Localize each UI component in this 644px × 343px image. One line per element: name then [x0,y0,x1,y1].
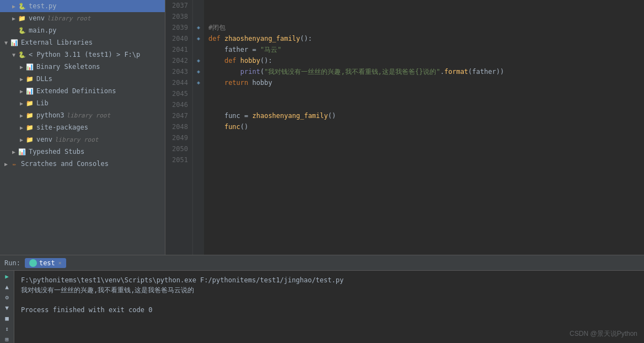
chevron-icon: ▶ [10,15,18,22]
settings-button[interactable]: ⚙ [2,294,13,301]
sidebar-item-label: venv [29,14,45,22]
line-num: 2048 [165,121,192,132]
sidebar-item-label: venv [36,136,52,143]
run-tab-test[interactable]: test ✕ [25,258,66,268]
line-num: 2044 [165,77,192,88]
code-line [208,88,644,99]
gutter-marker[interactable]: ◈ [193,66,204,77]
file-py-icon: 🐍 [18,2,26,10]
sidebar-item-label: External Libraries [21,39,93,46]
sidebar-item-venv-root[interactable]: ▶ 📁 venv library root [0,12,165,24]
sidebar-item-sublabel: library root [55,136,98,143]
code-line: father = "马云" [208,44,644,55]
line-num: 2043 [165,66,192,77]
line-num: 2051 [165,154,192,165]
chevron-icon: ▶ [10,149,18,155]
code-line [208,154,644,165]
sidebar-item-dlls[interactable]: ▶ 📁 DLLs [0,73,165,85]
chevron-icon: ▼ [10,52,18,58]
chevron-icon: ▶ [18,137,25,143]
sidebar-item-scratches[interactable]: ▶ ✏️ Scratches and Consoles [0,158,165,170]
line-num: 2049 [165,132,192,143]
code-line: #闭包 [208,22,644,33]
gutter-marker [193,44,204,55]
line-num: 2040 [165,33,192,44]
sidebar: ▶ 🐍 test.py ▶ 📁 venv library root 🐍 main… [0,0,165,255]
chevron-icon: ▼ [2,40,10,46]
gutter-marker[interactable]: ◈ [193,22,204,33]
scratches-icon: ✏️ [10,159,19,168]
run-tab-label: test [39,259,55,267]
line-numbers: 2037 2038 2039 2040 2041 2042 2043 2044 … [165,0,193,255]
sidebar-item-label: Scratches and Consoles [21,160,109,168]
gutter-marker [193,143,204,154]
scroll-up-button[interactable]: ▲ [2,283,13,291]
code-lines[interactable]: #闭包 def zhaoshenyang_family(): father = … [204,0,644,255]
run-tab-icon [29,259,37,267]
wrap-button[interactable]: ↕ [2,325,13,333]
sidebar-item-lib[interactable]: ▶ 📁 Lib [0,97,165,109]
line-num: 2047 [165,110,192,121]
sidebar-item-typeshed-stubs[interactable]: ▶ 📊 Typeshed Stubs [0,146,165,158]
sidebar-item-label: site-packages [36,124,88,131]
bar-folder-icon: 📊 [18,147,26,156]
code-line [208,0,644,11]
gutter-marker [193,0,204,11]
gutter-marker [193,88,204,99]
sidebar-item-external-libs[interactable]: ▼ 📊 External Libraries [0,36,165,49]
chevron-icon: ▶ [10,3,18,9]
sidebar-item-python3-root[interactable]: ▶ 📁 python3 library root [0,109,165,121]
chevron-icon: ▶ [2,161,10,167]
sidebar-item-venv-lib-root[interactable]: ▶ 📁 venv library root [0,133,165,146]
folder-icon: 📁 [25,135,34,144]
sidebar-item-test-py[interactable]: ▶ 🐍 test.py [0,0,165,12]
close-tab-button[interactable]: ✕ [58,260,62,266]
folder-icon: 📁 [18,14,26,23]
chevron-icon: ▶ [18,88,25,94]
bar-folder-icon: 📊 [25,87,34,95]
code-container: 2037 2038 2039 2040 2041 2042 2043 2044 … [165,0,644,255]
expand-button[interactable]: ⊞ [2,336,13,343]
sidebar-item-label: Extended Definitions [36,87,116,95]
line-num: 2042 [165,55,192,66]
library-icon: 📊 [10,38,19,47]
sidebar-item-label: Binary Skeletons [36,63,100,71]
sidebar-item-binary-skeletons[interactable]: ▶ 📊 Binary Skeletons [0,61,165,73]
bottom-panel: Run: test ✕ ▶ ▲ ⚙ ▼ ■ ↕ ⊞ F:\pythonitems… [0,255,644,343]
scroll-down-button[interactable]: ▼ [2,304,13,312]
folder-icon: 📁 [25,111,34,120]
chevron-icon: ▶ [18,64,25,70]
gutter-marker[interactable]: ◈ [193,77,204,88]
code-line: def hobby(): [208,55,644,66]
run-tabs-bar: Run: test ✕ [0,255,644,271]
line-num: 2050 [165,143,192,154]
line-num: 2041 [165,44,192,55]
code-line: func = zhaoshenyang_family() [208,110,644,121]
sidebar-item-python311[interactable]: ▼ 🐍 < Python 3.11 (test1) > F:\p [0,49,165,61]
output-cmd-line: F:\pythonitems\test1\venv\Scripts\python… [21,275,637,285]
chevron-icon: ▶ [18,112,25,119]
sidebar-item-label: test.py [29,2,57,10]
python-icon: 🐍 [18,50,26,59]
gutter-marker[interactable]: ◈ [193,33,204,44]
gutter-marker [193,132,204,143]
folder-icon: 📁 [25,123,34,132]
code-line: print("我对钱没有一丝丝的兴趣,我不看重钱,这是我爸爸{}说的".form… [208,66,644,77]
play-button[interactable]: ▶ [2,273,13,280]
gutter-marker [193,110,204,121]
code-line [208,132,644,143]
editor-area[interactable]: 2037 2038 2039 2040 2041 2042 2043 2044 … [165,0,644,255]
sidebar-item-site-packages[interactable]: ▶ 📁 site-packages [0,121,165,133]
sidebar-item-sublabel: library root [67,112,110,119]
sidebar-item-label: Lib [36,99,49,107]
sidebar-item-label: < Python 3.11 (test1) > F:\p [29,51,140,58]
sidebar-item-main-py[interactable]: 🐍 main.py [0,24,165,36]
stop-button[interactable]: ■ [2,315,13,322]
output-result-line: 我对钱没有一丝丝的兴趣,我不看重钱,这是我爸爸马云说的 [21,285,637,295]
gutter-marker[interactable]: ◈ [193,55,204,66]
sidebar-item-extended-defs[interactable]: ▶ 📊 Extended Definitions [0,85,165,97]
line-num: 2038 [165,11,192,22]
watermark: CSDN @景天说Python [570,329,637,339]
line-num: 2045 [165,88,192,99]
run-label: Run: [4,259,20,267]
